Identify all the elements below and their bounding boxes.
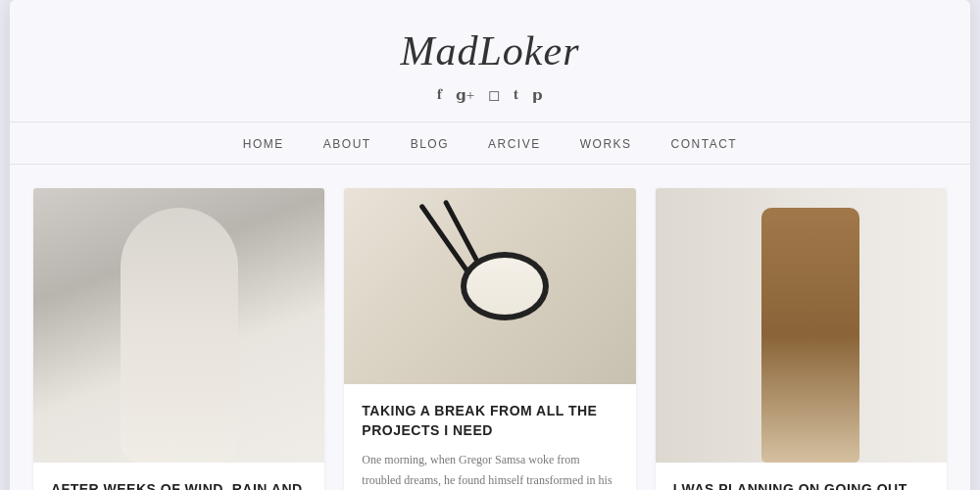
card-2-title: TAKING A BREAK FROM ALL THE PROJECTS I N… (362, 402, 617, 440)
cards-grid: AFTER WEEKS OF WIND, RAIN AND HAIL TAKIN… (10, 188, 970, 490)
card-2-excerpt: One morning, when Gregor Samsa woke from… (362, 450, 617, 490)
twitter-link[interactable]: 𝐭 (514, 86, 518, 104)
social-icons: 𝐟 𝗴+ ◻ 𝐭 𝗽 (29, 86, 951, 104)
card-1-content: AFTER WEEKS OF WIND, RAIN AND HAIL (33, 463, 324, 490)
nav-item-works: WORKS (580, 134, 632, 152)
pinterest-link[interactable]: 𝗽 (532, 86, 543, 104)
nav-item-archive: ARCIVE (488, 134, 541, 152)
nav-item-home: HOME (243, 134, 284, 152)
card-2-image (344, 188, 635, 384)
nav-link-home[interactable]: HOME (243, 137, 284, 151)
card-3-image (656, 188, 947, 463)
nav-item-contact: CONTACT (671, 134, 738, 152)
nav-link-works[interactable]: WORKS (580, 137, 632, 151)
card-2: TAKING A BREAK FROM ALL THE PROJECTS I N… (344, 188, 635, 490)
card-3: I WAS PLANNING ON GOING OUT THIS WEEKEND… (656, 188, 947, 490)
site-logo: MadLoker (29, 27, 951, 74)
page-wrapper: MadLoker 𝐟 𝗴+ ◻ 𝐭 𝗽 HOME ABOUT BLOG ARCI… (10, 0, 970, 490)
nav-link-about[interactable]: ABOUT (323, 137, 371, 151)
card-1-title: AFTER WEEKS OF WIND, RAIN AND HAIL (51, 480, 307, 490)
google-plus-link[interactable]: 𝗴+ (456, 86, 474, 104)
nav-item-blog: BLOG (411, 134, 449, 152)
nav-link-archive[interactable]: ARCIVE (488, 137, 541, 151)
card-3-title: I WAS PLANNING ON GOING OUT THIS WEEKEND (673, 480, 929, 490)
bowl-inner (466, 258, 543, 315)
site-nav: HOME ABOUT BLOG ARCIVE WORKS CONTACT (10, 122, 970, 165)
nav-link-contact[interactable]: CONTACT (671, 137, 738, 151)
nav-link-blog[interactable]: BLOG (411, 137, 449, 151)
facebook-link[interactable]: 𝐟 (437, 86, 442, 104)
card-1-image (33, 188, 324, 463)
instagram-link[interactable]: ◻ (488, 86, 500, 104)
card-1: AFTER WEEKS OF WIND, RAIN AND HAIL (33, 188, 324, 490)
site-header: MadLoker 𝐟 𝗴+ ◻ 𝐭 𝗽 (10, 0, 970, 104)
card-3-content: I WAS PLANNING ON GOING OUT THIS WEEKEND… (656, 463, 947, 490)
card-2-content: TAKING A BREAK FROM ALL THE PROJECTS I N… (344, 384, 635, 490)
bowl-icon (461, 252, 549, 320)
nav-item-about: ABOUT (323, 134, 371, 152)
nav-list: HOME ABOUT BLOG ARCIVE WORKS CONTACT (10, 134, 970, 152)
